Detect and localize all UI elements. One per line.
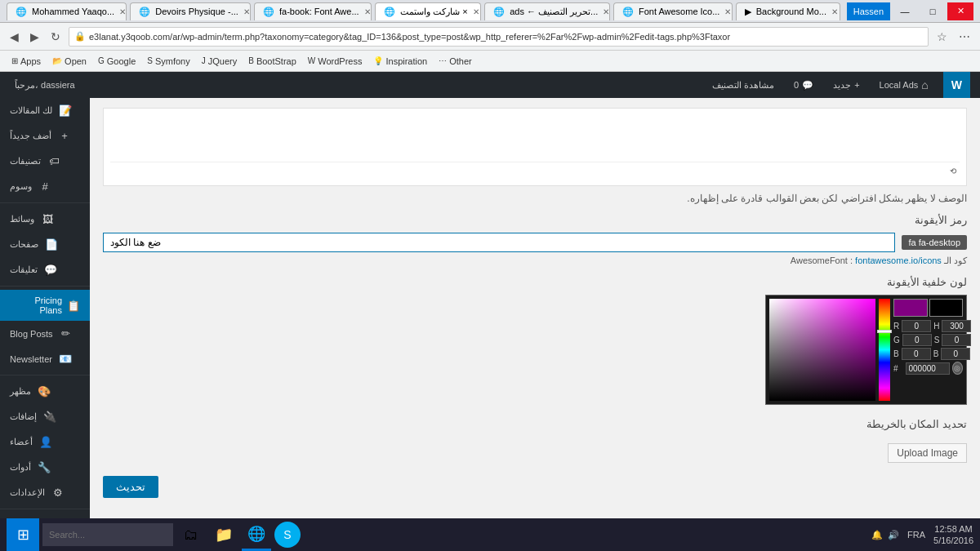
sidebar-divider-1	[0, 202, 90, 203]
wp-admin-bar: W ⌂ Local Ads + جديد 💬 0 مشاهدة التصنيف …	[0, 72, 980, 98]
tab-close-4[interactable]: ✕	[473, 7, 479, 16]
sidebar-divider-4	[0, 509, 90, 509]
tab-close-1[interactable]: ✕	[119, 7, 126, 16]
adminbar-greet[interactable]: مرحباً، dassiera	[10, 72, 80, 98]
browser-tab-5[interactable]: 🌐 ads ← تحرير التصنيف... ✕	[484, 2, 610, 20]
sidebar-item-posts-list[interactable]: 📝 لك المقالات	[0, 98, 90, 123]
fontawesome-link[interactable]: fontawesome.io/icons	[855, 256, 942, 265]
sidebar-item-plugins[interactable]: 🔌 إضافات	[0, 404, 90, 429]
extensions-button[interactable]: ⋯	[956, 29, 973, 45]
bookmark-google[interactable]: G Google	[93, 55, 140, 68]
bookmark-symfony[interactable]: S Symfony	[142, 55, 194, 68]
browser-tab-2[interactable]: 🌐 Devoirs Physique -... ✕	[130, 2, 251, 20]
sidebar-item-categories[interactable]: 🏷 تصنيفات	[0, 149, 90, 174]
bookmark-other[interactable]: ⋯ Other	[434, 55, 477, 68]
taskbar-skype[interactable]: S	[274, 522, 301, 548]
upload-image-button[interactable]: Upload Image	[888, 443, 967, 463]
plus-icon: +	[854, 80, 859, 90]
tab-icon-1: 🌐	[16, 7, 27, 17]
browser-titlebar: 🌐 Mohammed Yaaqo... ✕ 🌐 Devoirs Physique…	[0, 0, 980, 23]
tab-close-7[interactable]: ✕	[831, 7, 838, 16]
color-gradient-area[interactable]	[769, 299, 875, 401]
sidebar-item-users[interactable]: 👤 أعضاء	[0, 429, 90, 455]
adminbar-view[interactable]: مشاهدة التصنيف	[707, 72, 779, 98]
update-button[interactable]: تحديث	[103, 476, 158, 498]
s-input[interactable]	[942, 334, 971, 346]
sidebar-item-settings[interactable]: ⚙ الإعدادات	[0, 480, 90, 505]
taskbar-chrome[interactable]: 🌐	[242, 518, 271, 551]
wp-logo[interactable]: W	[943, 72, 970, 98]
bookmark-symfony-label: Symfony	[155, 56, 190, 66]
sidebar-item-pricing[interactable]: 📋 Pricing Plans	[0, 290, 90, 321]
sidebar-label-tools: أدوات	[10, 462, 31, 473]
color-black-layer	[769, 299, 875, 401]
icon-text-input[interactable]	[103, 233, 895, 252]
bookmark-wordpress[interactable]: W WordPress	[303, 55, 368, 68]
browser-tab-7[interactable]: ▶ Background Mo... ✕	[736, 2, 840, 20]
adminbar-site-name: Local Ads	[880, 80, 919, 90]
adminbar-comments[interactable]: 💬 0	[789, 72, 818, 98]
hex-input[interactable]	[906, 362, 950, 375]
url-text: e3lanat.y3qoob.com/ar/wp-admin/term.php?…	[89, 32, 730, 42]
taskbar-search[interactable]	[42, 523, 173, 546]
maximize-button[interactable]: □	[920, 2, 946, 20]
start-button[interactable]: ⊞	[7, 518, 39, 551]
color-bb-row: B B	[893, 348, 963, 360]
color-picker-widget[interactable]: R H G S	[765, 295, 967, 405]
tab-close-3[interactable]: ✕	[364, 7, 371, 16]
browser-tab-1[interactable]: 🌐 Mohammed Yaaqo... ✕	[7, 2, 127, 20]
adminbar-site[interactable]: ⌂ Local Ads	[875, 72, 933, 98]
hue-slider-bar[interactable]	[879, 299, 890, 401]
icon-section-title: رمز الأيقونة	[103, 214, 967, 226]
sidebar-item-comments[interactable]: 💬 تعليقات	[0, 257, 90, 282]
browser-tab-6[interactable]: 🌐 Font Awesome Ico... ✕	[613, 2, 733, 20]
browser-tab-4[interactable]: 🌐 شاركت واستمت × ✕	[375, 2, 481, 20]
bookmark-open[interactable]: 📂 Open	[47, 55, 91, 68]
back-button[interactable]: ◀	[7, 29, 22, 45]
tab-close-6[interactable]: ✕	[724, 7, 731, 16]
description-textarea[interactable]	[110, 115, 960, 156]
refresh-button[interactable]: ↻	[47, 29, 64, 45]
bookmark-star[interactable]: ☆	[933, 29, 951, 45]
h-input[interactable]	[942, 320, 971, 332]
minimize-button[interactable]: —	[892, 2, 918, 20]
add-new-icon: +	[58, 130, 71, 142]
adminbar-new[interactable]: + جديد	[828, 72, 864, 98]
sidebar-item-appearance[interactable]: 🎨 مظهر	[0, 379, 90, 404]
bookmark-bootstrap-label: BootStrap	[256, 56, 296, 66]
taskbar-file-explorer[interactable]: 📁	[209, 518, 238, 551]
b2-input[interactable]	[941, 348, 970, 360]
sidebar-item-add-new[interactable]: + أضف جديداً	[0, 123, 90, 149]
g-input[interactable]	[902, 334, 932, 346]
bookmark-inspiration[interactable]: 💡 Inspiration	[368, 55, 432, 68]
sidebar-item-pages[interactable]: 📄 صفحات	[0, 232, 90, 257]
taskbar-time-text: 12:58 AM	[933, 523, 973, 535]
browser-tab-3[interactable]: 🌐 fa-book: Font Awe... ✕	[254, 2, 372, 20]
sidebar-item-blogposts[interactable]: ✏ Blog Posts	[0, 321, 90, 346]
tab-close-2[interactable]: ✕	[243, 7, 250, 16]
wp-main-content: ⟲ الوصف لا يظهر بشكل افتراضي لكن بعض الق…	[90, 98, 980, 551]
sidebar-item-newsletter[interactable]: 📧 Newsletter	[0, 346, 90, 371]
address-input[interactable]: 🔒 e3lanat.y3qoob.com/ar/wp-admin/term.ph…	[69, 27, 929, 47]
newsletter-icon: 📧	[59, 353, 72, 365]
other-icon: ⋯	[439, 56, 447, 65]
bookmark-apps[interactable]: ⊞ Apps	[7, 55, 46, 68]
tab-label-4: شاركت واستمت ×	[400, 7, 468, 17]
r-input[interactable]	[902, 320, 931, 332]
tab-close-5[interactable]: ✕	[603, 7, 609, 16]
b-input[interactable]	[902, 348, 931, 360]
sidebar-item-tools[interactable]: 🔧 أدوات	[0, 455, 90, 480]
sidebar-item-media[interactable]: 🖼 وسائط	[0, 207, 90, 232]
b-label: B	[893, 349, 899, 358]
s-label: S	[934, 335, 940, 344]
wp-logo-icon: W	[951, 78, 962, 91]
sidebar-item-tags[interactable]: # وسوم	[0, 174, 90, 199]
bookmark-jquery[interactable]: J JQuery	[197, 55, 242, 68]
hassen-label: Hassen	[847, 2, 890, 20]
bookmark-bootstrap[interactable]: B BootStrap	[243, 55, 301, 68]
eyedrop-button[interactable]: ◎	[952, 362, 964, 375]
close-button[interactable]: ✕	[947, 2, 973, 20]
taskbar-task-view[interactable]: 🗂	[176, 518, 206, 551]
hash-label: #	[893, 364, 903, 373]
forward-button[interactable]: ▶	[27, 29, 42, 45]
